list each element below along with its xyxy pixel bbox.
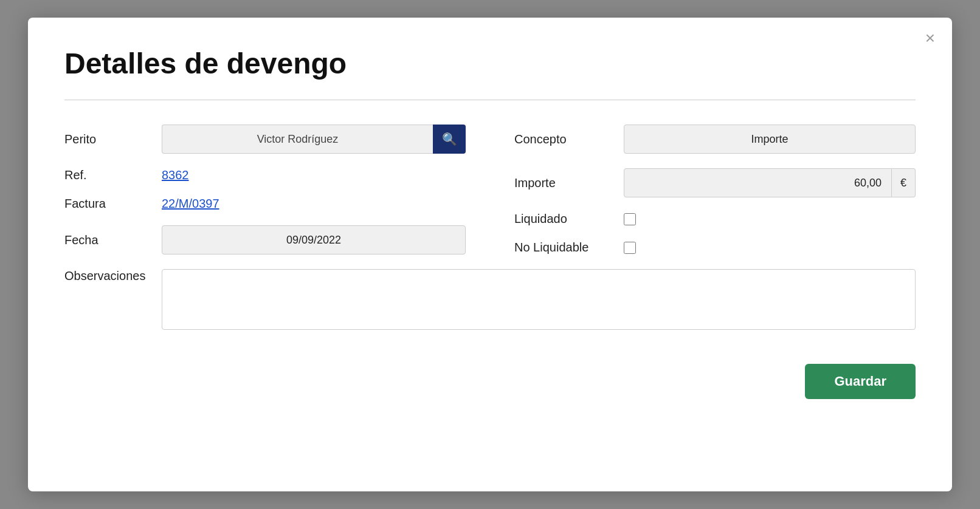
modal-dialog: × Detalles de devengo Perito 🔍: [28, 18, 952, 491]
observaciones-row: Observaciones: [64, 269, 916, 330]
factura-link[interactable]: 22/M/0397: [162, 197, 219, 211]
no-liquidable-checkbox-wrapper: [624, 242, 916, 254]
observaciones-textarea[interactable]: [162, 269, 916, 330]
guardar-button[interactable]: Guardar: [805, 364, 916, 399]
search-button[interactable]: 🔍: [433, 125, 466, 154]
factura-row: Factura 22/M/0397: [64, 197, 466, 211]
importe-row: Importe €: [514, 168, 916, 197]
ref-label: Ref.: [64, 168, 162, 182]
perito-wrapper: 🔍: [162, 125, 466, 154]
importe-input[interactable]: [624, 168, 892, 197]
form-grid: Perito 🔍 Ref. 8362 Factura 2: [64, 125, 916, 344]
concepto-header-button[interactable]: Importe: [624, 125, 916, 154]
concepto-header-row: Concepto Importe: [514, 125, 916, 154]
factura-label: Factura: [64, 197, 162, 211]
search-icon: 🔍: [442, 132, 457, 146]
observaciones-label: Observaciones: [64, 269, 162, 283]
close-button[interactable]: ×: [925, 30, 935, 47]
liquidado-checkbox[interactable]: [624, 213, 636, 225]
perito-label: Perito: [64, 132, 162, 146]
modal-title: Detalles de devengo: [64, 47, 916, 80]
bottom-actions: Guardar: [64, 364, 916, 399]
perito-row: Perito 🔍: [64, 125, 466, 154]
perito-input[interactable]: [162, 125, 433, 154]
fecha-label: Fecha: [64, 233, 162, 247]
importe-label: Importe: [514, 176, 624, 190]
importe-wrapper: €: [624, 168, 916, 197]
modal-overlay: × Detalles de devengo Perito 🔍: [0, 0, 980, 509]
no-liquidable-checkbox[interactable]: [624, 242, 636, 254]
fecha-input[interactable]: [162, 225, 466, 254]
divider: [64, 100, 916, 100]
liquidado-label: Liquidado: [514, 212, 624, 226]
right-column: Concepto Importe Importe € Liquidado: [514, 125, 916, 269]
liquidado-checkbox-wrapper: [624, 213, 916, 225]
ref-row: Ref. 8362: [64, 168, 466, 182]
concepto-label: Concepto: [514, 132, 624, 146]
no-liquidable-label: No Liquidable: [514, 241, 624, 254]
no-liquidable-row: No Liquidable: [514, 241, 916, 254]
left-column: Perito 🔍 Ref. 8362 Factura 2: [64, 125, 466, 269]
fecha-row: Fecha: [64, 225, 466, 254]
euro-suffix: €: [892, 168, 916, 197]
ref-link[interactable]: 8362: [162, 168, 189, 182]
liquidado-row: Liquidado: [514, 212, 916, 226]
